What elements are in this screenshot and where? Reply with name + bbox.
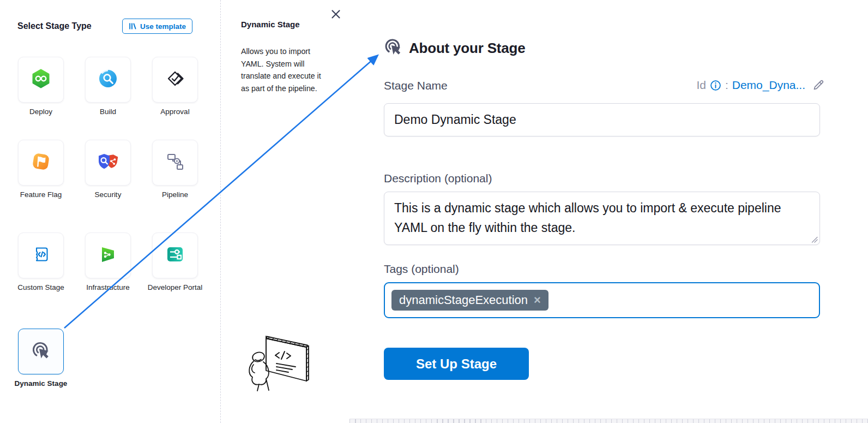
stage-id-row: Id : Demo_Dyna... <box>696 79 825 92</box>
feature-flag-icon <box>30 151 52 175</box>
pipeline-icon <box>164 151 186 175</box>
edit-pencil-icon[interactable] <box>812 79 825 92</box>
tags-input[interactable]: dynamicStageExecution × <box>384 282 820 318</box>
tag-text: dynamicStageExecution <box>399 293 528 307</box>
description-textarea[interactable]: This is a dynamic stage which allows you… <box>384 192 820 245</box>
stage-card-developer-portal[interactable]: Developer Portal <box>152 233 198 292</box>
stage-card-dynamic-stage[interactable]: Dynamic Stage <box>18 329 64 388</box>
panel-divider <box>220 0 221 423</box>
stage-card-infrastructure[interactable]: Infrastructure <box>85 233 131 292</box>
stage-card-custom-stage[interactable]: Custom Stage <box>18 233 64 292</box>
dynamic-stage-icon <box>382 36 404 60</box>
stage-name-label: Stage Name <box>384 79 448 92</box>
deploy-icon <box>30 68 52 92</box>
set-up-stage-button[interactable]: Set Up Stage <box>384 348 529 380</box>
custom-stage-icon <box>30 243 52 267</box>
info-panel-title: Dynamic Stage <box>241 20 300 29</box>
presenter-illustration <box>245 332 322 401</box>
stage-card-feature-flag[interactable]: Feature Flag <box>18 140 64 199</box>
stage-card-deploy[interactable]: Deploy <box>18 57 64 116</box>
use-template-button[interactable]: Use template <box>122 19 192 34</box>
security-icon <box>97 151 119 175</box>
tag-remove-icon[interactable]: × <box>534 294 541 306</box>
stage-id-value[interactable]: Demo_Dyna... <box>732 79 805 92</box>
id-label: Id <box>696 79 706 92</box>
form-title: About your Stage <box>409 40 525 57</box>
developer-portal-icon <box>164 243 186 267</box>
id-separator: : <box>725 79 728 92</box>
stage-card-security[interactable]: Security <box>85 140 131 199</box>
build-icon <box>97 68 119 92</box>
stage-card-build[interactable]: Build <box>85 57 131 116</box>
template-library-icon <box>129 22 136 30</box>
info-icon[interactable] <box>710 80 721 91</box>
page-title: Select Stage Type <box>17 21 92 31</box>
description-label: Description (optional) <box>384 172 492 185</box>
pipeline-canvas-edge <box>349 419 868 423</box>
close-icon[interactable] <box>330 8 342 20</box>
infrastructure-icon <box>97 243 119 267</box>
approval-icon <box>164 68 186 92</box>
tag-chip: dynamicStageExecution × <box>391 290 548 311</box>
stage-card-approval[interactable]: Approval <box>152 57 198 116</box>
tags-label: Tags (optional) <box>384 263 459 276</box>
dynamic-stage-icon <box>29 339 52 364</box>
stage-card-pipeline[interactable]: Pipeline <box>152 140 198 199</box>
stage-name-input[interactable] <box>384 103 820 136</box>
info-panel-description: Allows you to import YAML. System will t… <box>241 45 324 94</box>
